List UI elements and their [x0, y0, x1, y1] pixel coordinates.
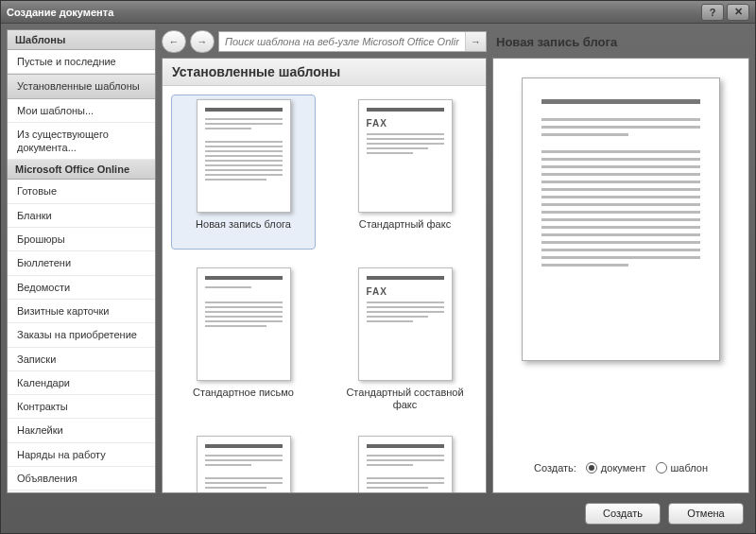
template-scroll[interactable]: Новая запись блогаFAXСтандартный факсСта… [163, 86, 486, 492]
panel-heading: Установленные шаблоны [163, 59, 486, 86]
radio-dot-icon [656, 462, 667, 474]
sidebar-item[interactable]: Записки [8, 348, 155, 371]
sidebar-header-online: Microsoft Office Online [8, 160, 155, 180]
template-item[interactable]: Новая запись блога [172, 95, 315, 249]
sidebar-item[interactable]: Из существующего документа... [8, 123, 155, 161]
sidebar-item[interactable]: Контракты [8, 395, 155, 419]
sidebar-item[interactable]: Бланки [8, 204, 155, 228]
radio-template-label: шаблон [671, 462, 708, 474]
template-thumb [197, 267, 291, 381]
preview-page [522, 78, 720, 361]
create-button[interactable]: Создать [585, 503, 661, 525]
sidebar-item[interactable]: Готовые [8, 180, 155, 203]
close-button[interactable]: ✕ [727, 4, 749, 21]
close-icon: ✕ [734, 6, 743, 18]
search-input[interactable] [219, 36, 465, 47]
radio-dot-icon [586, 462, 597, 474]
template-item[interactable]: FAXСтандартный факс [334, 95, 476, 249]
template-label: Стандартный составной факс [337, 387, 472, 413]
radio-document-label: документ [601, 462, 646, 474]
template-item[interactable]: FAXСтандартный составной факс [334, 264, 476, 417]
back-button[interactable]: ← [162, 30, 186, 53]
radio-template[interactable]: шаблон [656, 462, 708, 474]
template-item[interactable] [172, 432, 315, 492]
templates-panel: Установленные шаблоны Новая запись блога… [162, 58, 487, 493]
template-thumb: FAX [358, 99, 453, 213]
sidebar: Шаблоны Пустые и последниеУстановленные … [7, 29, 156, 493]
template-label: Стандартный факс [359, 218, 451, 245]
sidebar-item[interactable]: Календари [8, 371, 155, 395]
search-box: → [218, 31, 487, 52]
sidebar-item[interactable]: Наклейки [8, 419, 155, 442]
sidebar-item[interactable]: Ведомости [8, 276, 155, 300]
dialog-body: Шаблоны Пустые и последниеУстановленные … [7, 29, 749, 493]
arrow-left-icon: ← [169, 36, 180, 47]
preview-panel: Создать: документ шаблон [492, 58, 749, 493]
arrow-right-icon: → [471, 36, 481, 47]
create-label: Создать: [534, 462, 576, 474]
template-thumb [197, 436, 291, 492]
preview-column: Новая запись блога Создать: документ шаб [492, 29, 749, 493]
sidebar-item[interactable]: Наряды на работу [8, 443, 155, 467]
template-item[interactable]: Стандартное письмо [172, 264, 315, 417]
window-title: Создание документа [7, 7, 113, 18]
template-item[interactable] [334, 432, 476, 492]
cancel-button[interactable]: Отмена [668, 503, 744, 525]
dialog-window: Создание документа ? ✕ Шаблоны Пустые и … [0, 0, 756, 534]
template-label: Новая запись блога [196, 218, 291, 245]
template-thumb [197, 99, 291, 213]
sidebar-item[interactable]: Пустые и последние [8, 50, 155, 74]
search-go-button[interactable]: → [465, 32, 486, 51]
sidebar-item[interactable]: Установленные шаблоны [8, 74, 155, 98]
sidebar-item[interactable]: Мои шаблоны... [8, 99, 155, 123]
titlebar: Создание документа ? ✕ [1, 1, 755, 24]
sidebar-header-templates: Шаблоны [8, 30, 155, 50]
create-type-row: Создать: документ шаблон [503, 451, 739, 474]
sidebar-item[interactable]: Заказы на приобретение [8, 323, 155, 347]
sidebar-item[interactable]: Открытки [8, 491, 155, 493]
sidebar-item[interactable]: Объявления [8, 467, 155, 491]
template-label: Стандартное письмо [193, 387, 294, 413]
footer: Создать Отмена [1, 499, 755, 533]
sidebar-item[interactable]: Визитные карточки [8, 300, 155, 323]
sidebar-item[interactable]: Бюллетени [8, 251, 155, 275]
forward-button[interactable]: → [190, 30, 215, 53]
preview-title: Новая запись блога [492, 29, 749, 54]
toolbar: ← → → [162, 29, 487, 54]
arrow-right-icon: → [198, 36, 208, 47]
template-thumb: FAX [358, 267, 453, 381]
template-thumb [358, 436, 453, 492]
radio-document[interactable]: документ [586, 462, 646, 474]
sidebar-item[interactable]: Брошюры [8, 228, 155, 251]
main-column: ← → → Установленные шаблоны Новая запись… [162, 29, 487, 493]
help-button[interactable]: ? [701, 4, 724, 21]
